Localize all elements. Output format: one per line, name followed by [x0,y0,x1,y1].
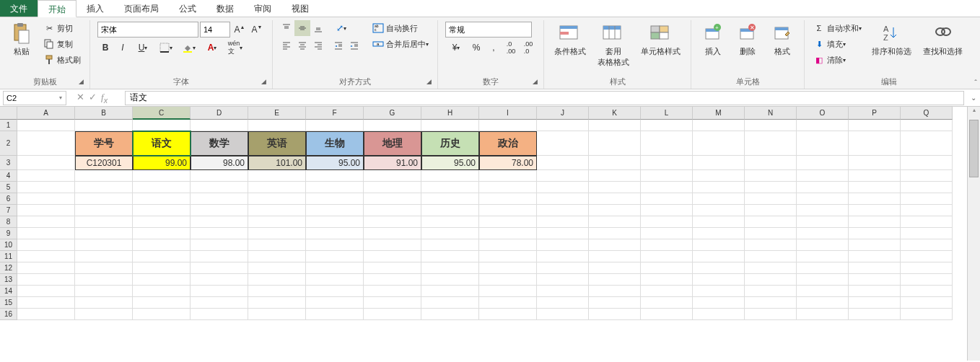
cell-E4[interactable] [248,170,306,182]
cell-H1[interactable] [421,120,479,131]
cell-A4[interactable] [17,170,75,182]
cell-H6[interactable] [421,193,479,205]
cell-K14[interactable] [589,286,641,297]
cell-I16[interactable] [479,309,537,320]
cell-P6[interactable] [849,193,901,205]
cell-F13[interactable] [306,274,364,286]
autosum-button[interactable]: Σ自动求和 ▾ [810,20,865,36]
fill-button[interactable]: ⬇填充 ▾ [810,36,865,52]
cell-K13[interactable] [589,274,641,286]
col-header-O[interactable]: O [797,107,849,120]
cell-H4[interactable] [421,170,479,182]
cell-B13[interactable] [75,274,133,286]
cell-M1[interactable] [693,120,745,131]
cell-L6[interactable] [641,193,693,205]
cell-L16[interactable] [641,309,693,320]
cell-A3[interactable] [17,156,75,170]
cell-A6[interactable] [17,193,75,205]
row-header-4[interactable]: 4 [0,170,17,182]
cell-E3[interactable]: 101.00 [248,156,306,170]
cell-C7[interactable] [133,205,191,216]
cell-C9[interactable] [133,228,191,239]
row-header-5[interactable]: 5 [0,182,17,193]
cell-F7[interactable] [306,205,364,216]
merge-center-button[interactable]: a合并后居中 ▾ [369,36,432,52]
cell-E11[interactable] [248,251,306,262]
cell-N3[interactable] [745,156,797,170]
row-header-13[interactable]: 13 [0,274,17,286]
cell-L15[interactable] [641,297,693,309]
cell-O6[interactable] [797,193,849,205]
cell-F6[interactable] [306,193,364,205]
cell-M12[interactable] [693,262,745,274]
cell-D1[interactable] [191,120,248,131]
cell-O7[interactable] [797,205,849,216]
cell-Q4[interactable] [901,170,953,182]
cell-I13[interactable] [479,274,537,286]
cell-G2[interactable]: 地理 [364,131,421,156]
cell-G5[interactable] [364,182,421,193]
bold-button[interactable]: B [97,40,113,56]
select-all-corner[interactable] [0,107,17,120]
cell-J2[interactable] [537,131,589,156]
cell-I1[interactable] [479,120,537,131]
cell-B2[interactable]: 学号 [75,131,133,156]
cell-P2[interactable] [849,131,901,156]
cell-A2[interactable] [17,131,75,156]
cell-K8[interactable] [589,216,641,228]
tab-formulas[interactable]: 公式 [169,0,206,17]
cell-P14[interactable] [849,286,901,297]
increase-indent-button[interactable] [346,37,362,53]
cell-B10[interactable] [75,239,133,251]
cell-A5[interactable] [17,182,75,193]
cell-G6[interactable] [364,193,421,205]
cancel-formula-button[interactable]: ✕ [76,92,84,105]
cell-D4[interactable] [191,170,248,182]
row-header-14[interactable]: 14 [0,286,17,297]
cell-J11[interactable] [537,251,589,262]
cell-I15[interactable] [479,297,537,309]
col-header-E[interactable]: E [248,107,306,120]
cell-P13[interactable] [849,274,901,286]
cell-E7[interactable] [248,205,306,216]
cell-D16[interactable] [191,309,248,320]
cell-L13[interactable] [641,274,693,286]
cell-N6[interactable] [745,193,797,205]
cell-styles-button[interactable]: 单元格样式 [636,20,685,58]
font-color-button[interactable]: A ▾ [201,40,223,56]
align-launcher[interactable]: ◢ [426,78,435,87]
cell-N8[interactable] [745,216,797,228]
format-painter-button[interactable]: 格式刷 [40,52,84,68]
col-header-H[interactable]: H [421,107,479,120]
cell-E8[interactable] [248,216,306,228]
cell-D14[interactable] [191,286,248,297]
cell-E14[interactable] [248,286,306,297]
cell-E10[interactable] [248,239,306,251]
cell-Q16[interactable] [901,309,953,320]
cell-C12[interactable] [133,262,191,274]
row-header-12[interactable]: 12 [0,262,17,274]
sort-filter-button[interactable]: AZ排序和筛选 [867,20,916,58]
cell-D3[interactable]: 98.00 [191,156,248,170]
cell-F4[interactable] [306,170,364,182]
cell-G10[interactable] [364,239,421,251]
vertical-scrollbar[interactable]: ▴ [967,107,980,361]
underline-button[interactable]: U ▾ [132,40,154,56]
cell-I5[interactable] [479,182,537,193]
col-header-K[interactable]: K [589,107,641,120]
cell-O15[interactable] [797,297,849,309]
cell-I14[interactable] [479,286,537,297]
cell-H15[interactable] [421,297,479,309]
cell-Q9[interactable] [901,228,953,239]
cell-Q13[interactable] [901,274,953,286]
cell-I4[interactable] [479,170,537,182]
cell-N5[interactable] [745,182,797,193]
tab-home[interactable]: 开始 [38,0,76,17]
cell-O1[interactable] [797,120,849,131]
cell-J3[interactable] [537,156,589,170]
cut-button[interactable]: ✂剪切 [40,20,84,36]
row-header-8[interactable]: 8 [0,216,17,228]
cell-G7[interactable] [364,205,421,216]
col-header-Q[interactable]: Q [901,107,953,120]
cell-C2[interactable]: 语文 [133,131,191,156]
